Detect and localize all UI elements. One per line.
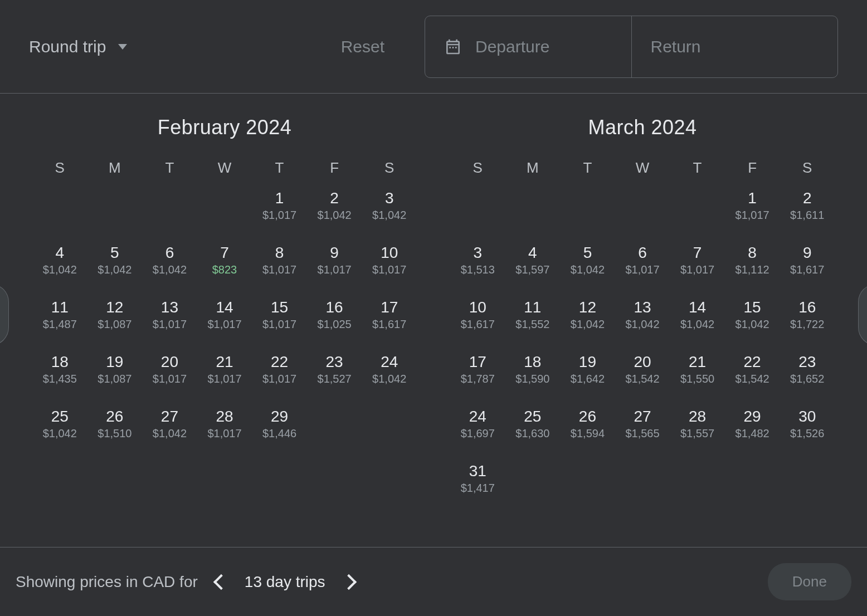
calendar-day[interactable]: 16$1,025 — [307, 298, 362, 334]
month-title: February 2024 — [32, 116, 417, 139]
calendar-day[interactable]: 19$1,087 — [87, 353, 143, 388]
day-of-week-header: M — [505, 159, 561, 177]
trip-length-next-button[interactable] — [339, 572, 359, 592]
calendar-day[interactable]: 1$1,017 — [725, 189, 780, 224]
calendar-day[interactable]: 14$1,017 — [197, 298, 252, 334]
calendar-day[interactable]: 21$1,550 — [670, 353, 725, 388]
calendar-day[interactable]: 18$1,590 — [505, 353, 561, 388]
calendar-day[interactable]: 10$1,017 — [362, 243, 417, 279]
calendar-day[interactable]: 19$1,642 — [560, 353, 615, 388]
calendar-day[interactable]: 8$1,017 — [252, 243, 307, 279]
calendar-day[interactable]: 16$1,722 — [780, 298, 835, 334]
day-number: 27 — [142, 407, 197, 426]
day-number: 17 — [362, 298, 417, 317]
calendar-day[interactable]: 4$1,042 — [32, 243, 87, 279]
calendar-day[interactable]: 29$1,446 — [252, 407, 307, 443]
calendar-day[interactable]: 18$1,435 — [32, 353, 87, 388]
calendar-day[interactable]: 11$1,552 — [505, 298, 561, 334]
day-price: $1,787 — [450, 373, 505, 385]
calendar-day[interactable]: 6$1,017 — [615, 243, 670, 279]
calendar-day[interactable]: 5$1,042 — [87, 243, 143, 279]
calendar-day[interactable]: 26$1,510 — [87, 407, 143, 443]
day-number: 20 — [142, 353, 197, 371]
day-number: 19 — [87, 353, 143, 371]
day-number: 4 — [505, 243, 561, 262]
calendar-day[interactable]: 9$1,617 — [780, 243, 835, 279]
calendar-day[interactable]: 23$1,652 — [780, 353, 835, 388]
done-button[interactable]: Done — [768, 563, 851, 600]
day-price: $1,482 — [725, 427, 780, 440]
day-price: $1,017 — [362, 263, 417, 276]
calendar-day[interactable]: 27$1,565 — [615, 407, 670, 443]
day-of-week-header: F — [725, 159, 780, 177]
calendar-day[interactable]: 10$1,617 — [450, 298, 505, 334]
calendar-day[interactable]: 20$1,542 — [615, 353, 670, 388]
day-of-week-header: S — [450, 159, 505, 177]
day-number: 28 — [670, 407, 725, 426]
calendar-day[interactable]: 6$1,042 — [142, 243, 197, 279]
calendar-day[interactable]: 22$1,542 — [725, 353, 780, 388]
calendar-day[interactable]: 7$1,017 — [670, 243, 725, 279]
day-number: 1 — [252, 189, 307, 208]
calendar-day[interactable]: 3$1,513 — [450, 243, 505, 279]
return-field[interactable]: Return — [632, 16, 838, 77]
calendar-day[interactable]: 8$1,112 — [725, 243, 780, 279]
calendar-day[interactable]: 25$1,042 — [32, 407, 87, 443]
calendar-day[interactable]: 28$1,017 — [197, 407, 252, 443]
day-price: $1,527 — [307, 373, 362, 385]
calendar-day[interactable]: 9$1,017 — [307, 243, 362, 279]
day-price: $1,017 — [725, 209, 780, 222]
day-number: 18 — [505, 353, 561, 371]
calendar-day[interactable]: 29$1,482 — [725, 407, 780, 443]
calendar-day[interactable]: 13$1,042 — [615, 298, 670, 334]
calendar-day[interactable]: 17$1,617 — [362, 298, 417, 334]
calendar-day[interactable]: 30$1,526 — [780, 407, 835, 443]
calendar-day[interactable]: 7$823 — [197, 243, 252, 279]
departure-placeholder: Departure — [475, 37, 549, 56]
day-price: $1,017 — [142, 373, 197, 385]
calendar-day[interactable]: 20$1,017 — [142, 353, 197, 388]
calendar-day[interactable]: 14$1,042 — [670, 298, 725, 334]
calendar-day[interactable]: 26$1,594 — [560, 407, 615, 443]
empty-cell — [32, 189, 87, 224]
day-number: 7 — [197, 243, 252, 262]
calendar-day[interactable]: 28$1,557 — [670, 407, 725, 443]
calendar-day[interactable]: 24$1,697 — [450, 407, 505, 443]
calendar-day[interactable]: 11$1,487 — [32, 298, 87, 334]
calendar-day[interactable]: 25$1,630 — [505, 407, 561, 443]
day-number: 21 — [670, 353, 725, 371]
calendar-day[interactable]: 13$1,017 — [142, 298, 197, 334]
reset-button[interactable]: Reset — [341, 37, 384, 56]
trip-length-label: 13 day trips — [245, 573, 325, 591]
calendar-day[interactable]: 23$1,527 — [307, 353, 362, 388]
calendar-day[interactable]: 3$1,042 — [362, 189, 417, 224]
calendar-day[interactable]: 2$1,042 — [307, 189, 362, 224]
calendar-day[interactable]: 12$1,042 — [560, 298, 615, 334]
day-number: 8 — [252, 243, 307, 262]
calendar-day[interactable]: 27$1,042 — [142, 407, 197, 443]
day-number: 10 — [362, 243, 417, 262]
calendar-day[interactable]: 15$1,017 — [252, 298, 307, 334]
calendar-day[interactable]: 17$1,787 — [450, 353, 505, 388]
calendar-day[interactable]: 21$1,017 — [197, 353, 252, 388]
calendar-day[interactable]: 4$1,597 — [505, 243, 561, 279]
empty-cell — [197, 189, 252, 224]
day-of-week-header: W — [615, 159, 670, 177]
calendar-day[interactable]: 22$1,017 — [252, 353, 307, 388]
trip-type-dropdown[interactable]: Round trip — [29, 37, 127, 56]
day-number: 16 — [780, 298, 835, 317]
trip-length-prev-button[interactable] — [211, 572, 231, 592]
calendar-day[interactable]: 5$1,042 — [560, 243, 615, 279]
departure-field[interactable]: Departure — [425, 16, 632, 77]
calendar-day[interactable]: 1$1,017 — [252, 189, 307, 224]
calendar-day[interactable]: 31$1,417 — [450, 462, 505, 497]
calendar-day[interactable]: 15$1,042 — [725, 298, 780, 334]
day-of-week-header: F — [307, 159, 362, 177]
day-number: 3 — [450, 243, 505, 262]
day-price: $1,017 — [142, 318, 197, 331]
calendar-day[interactable]: 2$1,611 — [780, 189, 835, 224]
calendar-day[interactable]: 12$1,087 — [87, 298, 143, 334]
day-price: $1,042 — [142, 427, 197, 440]
day-number: 31 — [450, 462, 505, 481]
calendar-day[interactable]: 24$1,042 — [362, 353, 417, 388]
